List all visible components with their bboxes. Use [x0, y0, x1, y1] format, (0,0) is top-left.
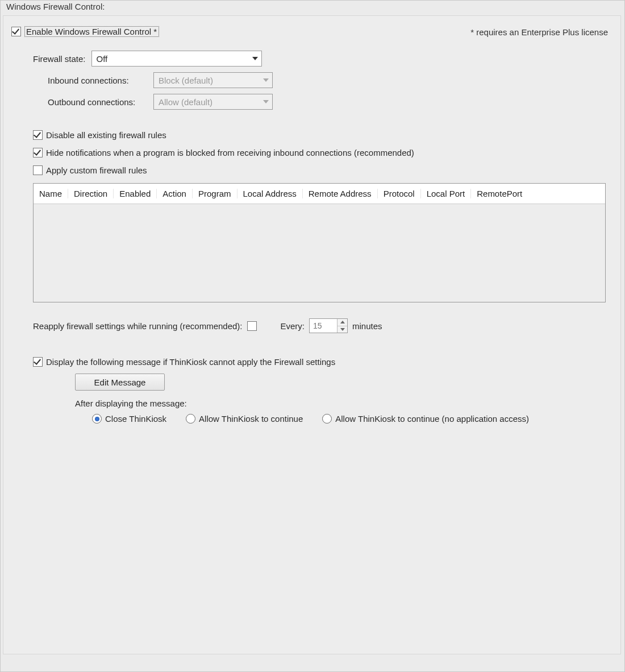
- chevron-down-icon: [263, 100, 269, 103]
- hide-notifications-checkbox[interactable]: [33, 148, 43, 157]
- apply-custom-row: Apply custom firewall rules: [33, 165, 612, 175]
- radio-allow-continue[interactable]: Allow ThinKiosk to continue: [186, 414, 303, 424]
- apply-custom-label[interactable]: Apply custom firewall rules: [46, 165, 147, 175]
- th-program[interactable]: Program: [193, 189, 238, 198]
- radio-continue-noapp-label: Allow ThinKiosk to continue (no applicat…: [335, 414, 529, 424]
- enable-focus-ring: Enable Windows Firewall Control *: [24, 26, 159, 37]
- th-action[interactable]: Action: [157, 189, 193, 198]
- reapply-checkbox[interactable]: [247, 321, 257, 331]
- firewall-panel: Windows Firewall Control: Enable Windows…: [0, 0, 625, 672]
- firewall-state-row: Firewall state: Off: [33, 51, 612, 67]
- spinner-buttons[interactable]: [337, 319, 347, 333]
- after-displaying-block: After displaying the message: Close Thin…: [75, 399, 612, 424]
- spin-down[interactable]: [338, 326, 347, 333]
- radio-continue-label: Allow ThinKiosk to continue: [199, 414, 303, 424]
- display-message-label[interactable]: Display the following message if ThinKio…: [46, 357, 335, 367]
- panel-body: Enable Windows Firewall Control * * requ…: [3, 15, 621, 654]
- th-protocol[interactable]: Protocol: [378, 189, 421, 198]
- firewall-state-group: Firewall state: Off Inbound connections:…: [33, 51, 612, 110]
- outbound-row: Outbound connections: Allow (default): [48, 94, 612, 110]
- radio-close-icon[interactable]: [92, 414, 102, 424]
- enable-label[interactable]: Enable Windows Firewall Control *: [26, 27, 157, 36]
- license-note: * requires an Enterprise Plus license: [470, 27, 608, 37]
- radio-continue-icon[interactable]: [186, 414, 195, 424]
- chevron-down-icon: [252, 57, 258, 60]
- disable-rules-checkbox[interactable]: [33, 130, 43, 140]
- edit-message-label: Edit Message: [94, 378, 146, 387]
- th-localaddress[interactable]: Local Address: [238, 189, 303, 198]
- outbound-value: Allow (default): [159, 97, 213, 107]
- radio-close-label: Close ThinKiosk: [105, 414, 166, 424]
- message-block: Display the following message if ThinKio…: [33, 357, 612, 424]
- options-block: Disable all existing firewall rules Hide…: [33, 130, 612, 175]
- every-label: Every:: [281, 321, 305, 331]
- minutes-spinner[interactable]: 15: [309, 318, 348, 333]
- chevron-up-icon: [340, 321, 345, 323]
- display-message-checkbox[interactable]: [33, 357, 43, 367]
- hide-notifications-row: Hide notifications when a program is blo…: [33, 148, 612, 157]
- th-localport[interactable]: Local Port: [421, 189, 472, 198]
- disable-rules-label[interactable]: Disable all existing firewall rules: [46, 130, 166, 140]
- th-remoteaddress[interactable]: Remote Address: [303, 189, 378, 198]
- minutes-unit: minutes: [352, 321, 382, 331]
- firewall-state-value: Off: [97, 54, 108, 64]
- chevron-down-icon: [340, 328, 345, 331]
- inbound-label: Inbound connections:: [48, 76, 150, 85]
- panel-title: Windows Firewall Control:: [6, 2, 105, 11]
- radio-allow-continue-noapp[interactable]: Allow ThinKiosk to continue (no applicat…: [322, 414, 529, 424]
- outbound-combo: Allow (default): [153, 94, 273, 110]
- reapply-label: Reapply firewall settings while running …: [33, 321, 243, 331]
- reapply-row: Reapply firewall settings while running …: [33, 318, 612, 333]
- hide-notifications-label[interactable]: Hide notifications when a program is blo…: [46, 148, 414, 157]
- inbound-row: Inbound connections: Block (default): [48, 72, 612, 88]
- inbound-combo: Block (default): [153, 72, 273, 88]
- chevron-down-icon: [263, 78, 269, 82]
- outbound-label: Outbound connections:: [48, 97, 150, 107]
- display-message-row: Display the following message if ThinKio…: [33, 357, 612, 367]
- inbound-value: Block (default): [159, 76, 213, 85]
- rules-table-header: Name Direction Enabled Action Program Lo…: [34, 184, 605, 204]
- minutes-value: 15: [313, 321, 322, 330]
- th-name[interactable]: Name: [34, 189, 68, 198]
- enable-checkbox[interactable]: [11, 27, 21, 36]
- radio-continue-noapp-icon[interactable]: [322, 414, 332, 424]
- spin-up[interactable]: [338, 319, 347, 326]
- after-action-radios: Close ThinKiosk Allow ThinKiosk to conti…: [92, 414, 612, 424]
- apply-custom-checkbox[interactable]: [33, 165, 43, 175]
- radio-close-thinkiosk[interactable]: Close ThinKiosk: [92, 414, 166, 424]
- edit-message-button[interactable]: Edit Message: [75, 374, 165, 391]
- firewall-state-combo[interactable]: Off: [91, 51, 262, 67]
- th-remoteport[interactable]: RemotePort: [471, 189, 605, 198]
- rules-table[interactable]: Name Direction Enabled Action Program Lo…: [33, 183, 606, 302]
- disable-rules-row: Disable all existing firewall rules: [33, 130, 612, 140]
- th-direction[interactable]: Direction: [68, 189, 114, 198]
- firewall-state-label: Firewall state:: [33, 54, 86, 64]
- after-displaying-label: After displaying the message:: [75, 399, 187, 408]
- th-enabled[interactable]: Enabled: [114, 189, 157, 198]
